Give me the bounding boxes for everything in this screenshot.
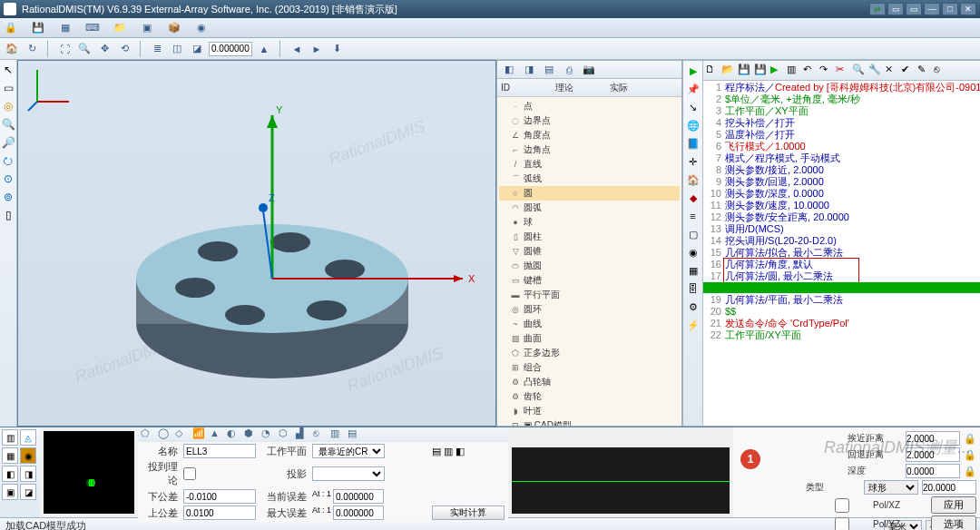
- bc-t9-icon[interactable]: ⬡: [279, 427, 293, 442]
- bc-t11-icon[interactable]: ⎋: [313, 427, 328, 442]
- bc-t8-icon[interactable]: ◔: [261, 427, 276, 442]
- up-icon[interactable]: ▲: [256, 41, 272, 57]
- tree-item[interactable]: ◗叶道: [499, 404, 680, 418]
- code-line[interactable]: 9测头参数/回退, 2.0000: [705, 176, 980, 188]
- bp-tool6-icon[interactable]: ◨: [20, 466, 36, 482]
- maximize-button[interactable]: □: [942, 3, 958, 15]
- pt-check-icon[interactable]: ✔: [901, 64, 916, 78]
- tool-box-icon[interactable]: ▭: [887, 3, 904, 15]
- tree-item[interactable]: ⬭抛圆: [499, 259, 680, 273]
- code-editor[interactable]: 1程序标法／Created by [哥科姆姆科技(北京)有限公司-090119-…: [703, 81, 980, 426]
- pt-edit-icon[interactable]: ✎: [917, 64, 932, 78]
- tree-item[interactable]: ▯圆柱: [499, 230, 680, 244]
- tree-item[interactable]: ●球: [499, 215, 680, 230]
- depth-input[interactable]: [906, 464, 960, 478]
- zoom-tool-icon[interactable]: 🔍: [0, 116, 16, 132]
- layer-icon[interactable]: ≣: [149, 41, 165, 57]
- tree-tool1-icon[interactable]: ◧: [501, 62, 517, 78]
- point-icon[interactable]: ◎: [0, 98, 16, 114]
- bp-tool2-icon[interactable]: ◬: [20, 429, 36, 446]
- pt-pause-icon[interactable]: ▥: [787, 64, 801, 78]
- tree-item[interactable]: ~曲线: [499, 317, 680, 331]
- select-icon[interactable]: ▭: [0, 80, 16, 96]
- code-line[interactable]: 6飞行模式／1.0000: [705, 141, 980, 152]
- tree-item[interactable]: ▨曲面: [499, 331, 680, 346]
- close-button[interactable]: ✕: [960, 3, 976, 15]
- orbit-icon[interactable]: ⭮: [0, 152, 16, 169]
- safe-input[interactable]: [922, 480, 976, 495]
- next-icon[interactable]: ►: [309, 41, 325, 57]
- rp-eye-icon[interactable]: ◉: [685, 244, 701, 260]
- retract-input[interactable]: [906, 447, 960, 462]
- globe-icon[interactable]: ◉: [194, 21, 209, 35]
- bp-tool5-icon[interactable]: ◧: [2, 466, 18, 482]
- bc-t1-icon[interactable]: ⬠: [141, 427, 155, 442]
- polyz-check[interactable]: [815, 517, 869, 531]
- code-line[interactable]: 10测头参数/深度, 0.0000: [705, 188, 980, 200]
- rp-pin-icon[interactable]: 📌: [685, 81, 701, 97]
- rp-home-icon[interactable]: 🏠: [685, 172, 701, 188]
- tree-item[interactable]: ▬平行平面: [499, 288, 680, 302]
- rp-book-icon[interactable]: 📘: [685, 135, 701, 152]
- tree-item[interactable]: ⬠正多边形: [499, 346, 680, 360]
- pt-wrench-icon[interactable]: 🔧: [868, 64, 883, 78]
- bc-t3-icon[interactable]: ◇: [175, 427, 190, 442]
- rp-step-icon[interactable]: ↘: [685, 99, 701, 115]
- bc-t7-icon[interactable]: ⬢: [244, 427, 259, 442]
- cursor-icon[interactable]: ↖: [0, 62, 16, 78]
- save-icon[interactable]: 💾: [31, 21, 45, 35]
- code-line[interactable]: 14挖头调用/S(L20-20-D2.0): [705, 235, 980, 247]
- upper-tol-input[interactable]: [183, 505, 256, 520]
- bp-tool1-icon[interactable]: ▥: [2, 429, 18, 446]
- zoom-in-icon[interactable]: 🔍: [76, 41, 93, 57]
- pt-exit-icon[interactable]: ⎋: [934, 64, 948, 78]
- tree-body[interactable]: ·点◌边界点∠角度点⌐边角点/直线⌒弧线○圆◠圆弧●球▯圆柱▽圆锥⬭抛圆▭键槽▬…: [497, 97, 681, 426]
- bp-tool4-icon[interactable]: ◉: [20, 447, 36, 464]
- code-line[interactable]: 1程序标法／Created by [哥科姆姆科技(北京)有限公司-090119-…: [705, 82, 980, 93]
- tree-item[interactable]: ⌐边角点: [499, 142, 680, 157]
- apply-button[interactable]: 应用: [931, 496, 976, 514]
- lock3-icon[interactable]: 🔒: [964, 466, 976, 477]
- max-err-input[interactable]: [333, 505, 384, 520]
- probe-icon[interactable]: ⊙: [0, 171, 16, 187]
- value-input[interactable]: [209, 42, 252, 56]
- pt-redo-icon[interactable]: ↷: [819, 64, 834, 78]
- tree-item[interactable]: ⚙齿轮: [499, 389, 680, 404]
- code-line[interactable]: 13调用/D(MCS): [705, 223, 980, 235]
- tree-tool3-icon[interactable]: ▤: [541, 62, 557, 78]
- lock1-icon[interactable]: 🔒: [964, 433, 976, 445]
- minimize-button[interactable]: —: [924, 3, 940, 15]
- tree-item[interactable]: ⌒弧线: [499, 172, 680, 186]
- rotate-icon[interactable]: ⟲: [116, 41, 132, 57]
- tool-link-icon[interactable]: ⇄: [869, 3, 886, 15]
- bc-t2-icon[interactable]: ◯: [158, 427, 172, 442]
- pt-find-icon[interactable]: 🔍: [852, 64, 867, 78]
- tree-tool2-icon[interactable]: ◨: [521, 62, 537, 78]
- tree-item[interactable]: ◌边界点: [499, 113, 680, 128]
- cylinder-icon[interactable]: ▯: [0, 207, 16, 223]
- code-line[interactable]: 19几何算法/平面, 最小二乘法: [705, 294, 980, 306]
- code-line[interactable]: 8测头参数/接近, 2.0000: [705, 164, 980, 176]
- zoom-window-icon[interactable]: 🔎: [0, 134, 16, 151]
- bc-t6-icon[interactable]: ◐: [227, 427, 241, 442]
- rp-sel-icon[interactable]: ◆: [685, 190, 701, 206]
- bp-tool3-icon[interactable]: ▦: [2, 447, 18, 464]
- shade-icon[interactable]: ◪: [189, 41, 205, 57]
- rp-bolt-icon[interactable]: ⚡: [685, 317, 701, 333]
- bc-t13-icon[interactable]: ▤: [348, 427, 362, 442]
- bc-t10-icon[interactable]: ▟: [296, 427, 310, 442]
- code-line[interactable]: 2$单位／毫米, +进角度, 毫米/秒: [705, 93, 980, 105]
- code-line[interactable]: 21发送命令/命令 'CrdType/Pol': [705, 318, 980, 329]
- tree-item[interactable]: ▭键槽: [499, 273, 680, 288]
- options-button[interactable]: 选项: [931, 515, 976, 530]
- rp-list-icon[interactable]: ≡: [685, 208, 701, 224]
- tree-item[interactable]: ·点: [499, 99, 680, 113]
- code-line[interactable]: 22工作平面/XY平面: [705, 329, 980, 341]
- pt-saveas-icon[interactable]: 💾: [754, 64, 769, 78]
- code-line[interactable]: 12测头参数/安全距离, 20.0000: [705, 211, 980, 223]
- bp-tool7-icon[interactable]: ▣: [2, 484, 18, 500]
- rp-grid-icon[interactable]: ▦: [685, 262, 701, 279]
- zoom-fit-icon[interactable]: ⛶: [56, 41, 73, 57]
- pt-cut-icon[interactable]: ✂: [836, 64, 850, 78]
- type-select[interactable]: 球形: [864, 480, 918, 495]
